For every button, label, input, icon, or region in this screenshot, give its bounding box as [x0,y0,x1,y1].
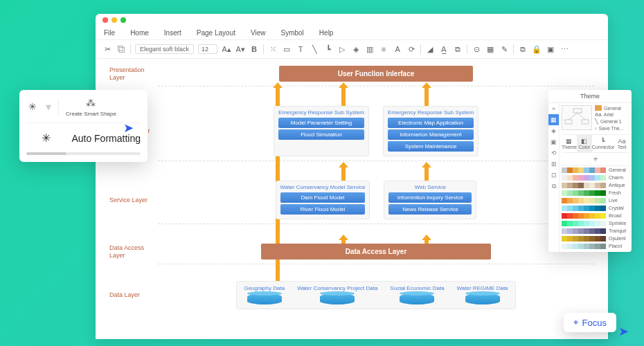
more-icon[interactable]: ⋯ [560,44,569,54]
business-right-box[interactable]: Emergency Response Sub System Electronic… [383,106,478,156]
zoom-icon[interactable]: ⊙ [472,44,481,54]
swatch-row[interactable]: Broad [562,212,629,219]
color-swatch[interactable] [584,213,589,219]
color-swatch[interactable] [589,228,595,234]
menu-home[interactable]: Home [130,29,149,37]
color-swatch[interactable] [562,175,567,181]
color-swatch[interactable] [584,175,589,181]
crop-icon[interactable]: ⧉ [453,44,463,54]
color-swatch[interactable] [573,206,578,211]
color-swatch[interactable] [600,221,606,226]
color-swatch[interactable] [578,228,584,234]
close-dot[interactable] [102,17,108,23]
color-swatch[interactable] [595,244,600,249]
fill-color-icon[interactable]: ◢ [425,44,435,54]
font-select[interactable]: Elegant soft black [135,44,194,54]
data-cylinders-box[interactable]: Geography Data Water Conservancy Project… [236,281,515,309]
theme-preview[interactable] [562,105,592,130]
color-swatch[interactable] [562,236,567,242]
color-swatch[interactable] [584,206,589,211]
color-swatch[interactable] [573,236,578,242]
focus-button[interactable]: ⌖ Focus [564,313,616,332]
connector-icon[interactable]: ┗ [323,44,333,54]
theme-tab-text[interactable]: Aa Text [614,135,629,152]
theme-tab-connector[interactable]: ┗ Connector [592,135,614,152]
color-swatch[interactable] [589,183,595,188]
theme-side-expand[interactable]: » [548,103,559,114]
color-swatch[interactable] [584,167,589,173]
maximize-dot[interactable] [120,17,126,23]
blue-item[interactable]: Electronic Map Application [388,118,474,128]
color-swatch[interactable] [573,228,578,234]
color-swatch[interactable] [578,244,584,249]
color-swatch[interactable] [600,175,606,181]
color-swatch[interactable] [589,190,595,196]
color-swatch[interactable] [600,236,606,242]
color-swatch[interactable] [562,228,567,234]
color-swatch[interactable] [573,244,578,249]
color-swatch[interactable] [573,190,578,196]
business-left-box[interactable]: Emergency Response Sub System Model Para… [274,106,369,156]
font-icon[interactable]: A [393,44,402,54]
blue-item[interactable]: Informarion Management [388,129,474,140]
swatch-row[interactable]: Opulent [562,235,629,242]
color-swatch[interactable] [589,244,595,249]
chart-icon[interactable]: ▥ [365,44,375,54]
color-swatch[interactable] [567,213,573,219]
group-icon[interactable]: ⧉ [518,44,528,54]
color-swatch[interactable] [573,175,578,181]
color-swatch[interactable] [584,183,589,188]
color-swatch[interactable] [595,175,600,181]
fontsize-select[interactable]: 12 [198,44,217,54]
eyedropper-icon[interactable]: ⁙ [268,44,278,54]
color-swatch[interactable] [595,167,600,173]
swatch-row[interactable]: Sprinkle [562,219,629,227]
pointer-icon[interactable]: ▷ [337,44,347,54]
color-swatch[interactable] [578,221,584,226]
color-swatch[interactable] [573,213,578,219]
rotate-icon[interactable]: ⟳ [406,44,416,54]
data-cyl-item[interactable]: Water Conservancy Project Data [297,286,377,304]
menu-view[interactable]: View [251,29,266,37]
data-cyl-item[interactable]: Social Economic Data [390,286,444,304]
blue-item[interactable]: Flood Simulation [278,129,364,140]
bold-icon[interactable]: B [249,44,259,54]
color-swatch[interactable] [589,206,595,211]
color-swatch[interactable] [573,221,578,226]
presentation-box[interactable]: User Funclion Inlerface [279,66,473,82]
service-right-box[interactable]: Web Service Infornmtion Inquiry Service … [384,181,476,219]
color-swatch[interactable] [567,183,573,188]
text-icon[interactable]: T [296,44,305,54]
color-swatch[interactable] [600,244,606,249]
color-swatch[interactable] [600,228,606,234]
swatch-row[interactable]: Tranquil [562,227,629,235]
swatch-row[interactable]: Crystal [562,204,629,212]
color-swatch[interactable] [562,198,567,203]
color-swatch[interactable] [600,213,606,219]
font-decrease-icon[interactable]: A▾ [235,44,245,54]
color-swatch[interactable] [595,213,600,219]
slider[interactable] [26,152,141,155]
color-swatch[interactable] [578,183,584,188]
color-swatch[interactable] [584,190,589,196]
color-swatch[interactable] [595,183,600,188]
theme-tab-theme[interactable]: ▦ Theme [562,135,577,152]
color-swatch[interactable] [567,244,573,249]
color-swatch[interactable] [589,221,595,226]
color-swatch[interactable] [578,175,584,181]
align-icon[interactable]: ≡ [379,44,388,54]
theme-opt[interactable]: General [595,105,624,111]
auto-fit-item[interactable]: ✳ [26,100,39,114]
color-swatch[interactable] [567,221,573,226]
swatch-row[interactable]: Live [562,197,629,204]
theme-opt[interactable]: ▫Save The... [595,125,624,131]
color-swatch[interactable] [567,167,573,173]
theme-side-library[interactable]: ⧉ [548,181,559,192]
color-swatch[interactable] [589,213,595,219]
rectangle-icon[interactable]: ▭ [282,44,292,54]
menu-file[interactable]: File [104,29,115,37]
theme-side-position[interactable]: ⊡ [548,170,559,181]
menu-help[interactable]: Help [319,29,334,37]
swatch-row[interactable]: Charm [562,174,629,181]
color-swatch[interactable] [578,190,584,196]
